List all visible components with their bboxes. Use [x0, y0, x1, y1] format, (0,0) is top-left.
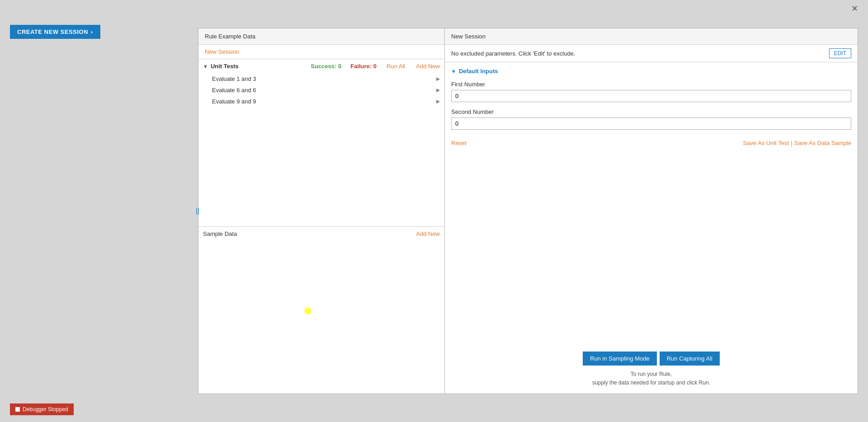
- failure-count: Failure: 0: [350, 63, 377, 70]
- run-hint-line2: supply the data needed for startup and c…: [592, 379, 710, 387]
- actions-row: Reset Save As Unit Test | Save As Data S…: [451, 140, 851, 146]
- right-panel-header: New Session: [445, 28, 858, 45]
- play-icon-1[interactable]: ▶: [436, 76, 440, 82]
- run-hint-line1: To run your Rule,: [592, 370, 710, 379]
- create-session-label: CREATE NEW SESSION: [17, 28, 88, 35]
- new-session-tab-label: New Session: [205, 48, 239, 55]
- save-as-unit-test-link[interactable]: Save As Unit Test: [743, 140, 789, 146]
- success-count: Success: 0: [311, 63, 341, 70]
- close-icon: ✕: [851, 4, 858, 13]
- test-item: Evaluate 9 and 9 ▶: [198, 96, 444, 107]
- debugger-dot-icon: [15, 407, 20, 412]
- run-sampling-button[interactable]: Run in Sampling Mode: [583, 352, 657, 366]
- unit-tests-section: ▼ Unit Tests Success: 0 Failure: 0 Run A…: [198, 59, 444, 227]
- second-number-input[interactable]: [451, 117, 851, 130]
- test-item: Evaluate 1 and 3 ▶: [198, 73, 444, 84]
- debugger-label: Debugger Stopped: [23, 406, 68, 413]
- no-excluded-text: No excluded parameters. Click 'Edit' to …: [451, 50, 829, 57]
- right-panel-title: New Session: [451, 33, 486, 40]
- right-content: ▼ Default Inputs First Number Second Num…: [445, 62, 858, 345]
- run-all-link[interactable]: Run All: [387, 63, 405, 70]
- edit-button[interactable]: EDIT: [829, 48, 851, 58]
- unit-tests-title: Unit Tests: [211, 63, 308, 70]
- reset-link[interactable]: Reset: [451, 140, 467, 146]
- left-panel: Rule Example Data New Session ▼ Unit Tes…: [198, 28, 445, 394]
- unit-tests-collapse-icon[interactable]: ▼: [203, 64, 208, 69]
- left-panel-header: Rule Example Data: [198, 28, 444, 45]
- sample-data-section: Sample Data Add New: [198, 227, 444, 394]
- divider-icon: ||: [196, 207, 199, 215]
- save-as-data-sample-link[interactable]: Save As Data Sample: [794, 140, 851, 146]
- run-buttons: Run in Sampling Mode Run Capturing All: [583, 352, 720, 366]
- right-panel: New Session No excluded parameters. Clic…: [445, 28, 858, 394]
- sample-data-header: Sample Data Add New: [198, 227, 444, 241]
- sample-data-add-new-link[interactable]: Add New: [416, 230, 440, 237]
- first-number-field-group: First Number: [451, 81, 851, 108]
- first-number-input[interactable]: [451, 90, 851, 102]
- save-links: Save As Unit Test | Save As Data Sample: [743, 140, 851, 146]
- test-item: Evaluate 6 and 6 ▶: [198, 84, 444, 96]
- test-list: Evaluate 1 and 3 ▶ Evaluate 6 and 6 ▶ Ev…: [198, 73, 444, 107]
- run-hint: To run your Rule, supply the data needed…: [592, 370, 710, 387]
- second-number-label: Second Number: [451, 108, 851, 115]
- left-panel-title: Rule Example Data: [205, 33, 255, 40]
- create-session-button[interactable]: CREATE NEW SESSION ›: [10, 25, 100, 39]
- play-icon-3[interactable]: ▶: [436, 98, 440, 104]
- default-inputs-title: Default Inputs: [459, 68, 498, 75]
- separator: |: [791, 140, 792, 146]
- debugger-stopped: Debugger Stopped: [10, 403, 74, 415]
- unit-tests-header: ▼ Unit Tests Success: 0 Failure: 0 Run A…: [198, 59, 444, 73]
- close-button[interactable]: ✕: [851, 4, 858, 14]
- first-number-label: First Number: [451, 81, 851, 88]
- excluded-params-bar: No excluded parameters. Click 'Edit' to …: [445, 45, 858, 62]
- panel-divider[interactable]: ||: [196, 28, 199, 394]
- play-icon-2[interactable]: ▶: [436, 87, 440, 93]
- new-session-tab[interactable]: New Session: [198, 45, 444, 59]
- main-panel: Rule Example Data New Session ▼ Unit Tes…: [198, 28, 858, 394]
- default-inputs-header: ▼ Default Inputs: [451, 68, 851, 75]
- second-number-field-group: Second Number: [451, 108, 851, 136]
- arrow-icon: ›: [91, 28, 93, 35]
- bottom-actions: Run in Sampling Mode Run Capturing All T…: [445, 345, 858, 394]
- run-capturing-button[interactable]: Run Capturing All: [660, 352, 720, 366]
- unit-tests-add-new-link[interactable]: Add New: [416, 63, 440, 70]
- sample-data-title: Sample Data: [203, 230, 237, 237]
- default-inputs-collapse-icon[interactable]: ▼: [451, 69, 456, 74]
- debugger-bar: Debugger Stopped: [10, 403, 74, 415]
